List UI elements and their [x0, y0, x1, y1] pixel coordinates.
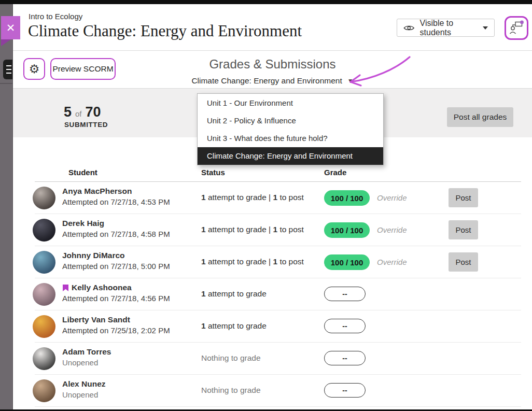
submitted-count: 5 of 70: [64, 104, 101, 120]
avatar: [33, 251, 55, 274]
background-page-strip: [0, 4, 13, 409]
attempt-info: Attempted on 7/27/18, 5:00 PM: [62, 262, 170, 271]
avatar: [33, 219, 55, 242]
flag-bookmark-icon: [62, 284, 69, 292]
dropdown-item-unit-3[interactable]: Unit 3 - What does the future hold?: [198, 130, 383, 147]
gear-icon: ⚙: [29, 62, 40, 76]
status-text: 1 attempt to grade: [201, 289, 267, 299]
post-all-grades-button[interactable]: Post all grades: [447, 107, 513, 127]
avatar: [33, 187, 55, 209]
total-count-value: 70: [86, 104, 101, 120]
student-name: Kelly Ashoonea: [62, 283, 170, 292]
submissions-table: Anya MacPherson Attempted on 7/27/18, 4:…: [13, 182, 532, 407]
attempt-info: Attempted on 7/27/18, 4:53 PM: [62, 197, 170, 206]
status-text: 1 attempt to grade | 1 to post: [201, 225, 304, 234]
student-name: Adam Torres: [62, 347, 111, 357]
dropdown-item-unit-2[interactable]: Unit 2 - Policy & Influence: [198, 111, 383, 129]
table-row[interactable]: Anya MacPherson Attempted on 7/27/18, 4:…: [13, 182, 532, 214]
grade-pill[interactable]: --: [324, 383, 366, 398]
table-row[interactable]: Kelly Ashoonea Attempted on 7/27/18, 4:5…: [13, 278, 532, 310]
attempt-info: Unopened: [62, 358, 111, 367]
preview-scorm-button[interactable]: Preview SCORM: [50, 58, 116, 80]
status-text: 1 attempt to grade | 1 to post: [201, 257, 304, 266]
table-row[interactable]: Adam Torres Unopened Nothing to grade --: [13, 343, 532, 375]
visibility-label: Visible to students: [420, 19, 475, 37]
avatar: [33, 283, 55, 306]
of-label: of: [75, 109, 82, 118]
grade-pill[interactable]: 100 / 100: [324, 222, 370, 238]
post-button[interactable]: Post: [449, 220, 478, 239]
submitted-label: SUBMITTED: [64, 121, 108, 129]
post-button[interactable]: Post: [449, 252, 478, 272]
table-row[interactable]: Liberty Van Sandt Attempted on 7/25/18, …: [13, 310, 532, 343]
table-row[interactable]: Johnny DiMarco Attempted on 7/27/18, 5:0…: [13, 246, 532, 278]
header-divider: [13, 50, 532, 51]
settings-button[interactable]: ⚙: [23, 58, 45, 80]
item-picker-selected-label: Climate Change: Energy and Environment: [191, 76, 342, 86]
status-text: Nothing to grade: [201, 353, 261, 363]
grade-pill[interactable]: 100 / 100: [324, 254, 370, 270]
attempt-info: Unopened: [62, 390, 106, 399]
unit-dropdown-menu: Unit 1 - Our Environment Unit 2 - Policy…: [197, 93, 384, 165]
avatar: [33, 347, 55, 370]
attempt-info: Attempted on 7/25/18, 2:02 PM: [62, 326, 170, 335]
visibility-dropdown-button[interactable]: Visible to students: [397, 19, 495, 37]
hamburger-menu-icon[interactable]: [3, 60, 13, 79]
grade-pill[interactable]: --: [324, 287, 366, 301]
person-flag-notification-icon: [508, 20, 525, 36]
avatar: [33, 315, 55, 338]
submitted-count-value: 5: [64, 104, 72, 120]
strip-divider: [0, 83, 12, 84]
attempt-info: Attempted on 7/27/18, 4:56 PM: [62, 294, 170, 303]
attempt-info: Attempted on 7/27/18, 4:58 PM: [62, 230, 170, 238]
eye-icon: [403, 24, 415, 32]
post-button[interactable]: Post: [449, 188, 478, 207]
app-window: ✕ Intro to Ecology Climate Change: Energ…: [0, 0, 532, 411]
student-name: Johnny DiMarco: [62, 251, 170, 260]
grade-pill[interactable]: 100 / 100: [324, 190, 370, 206]
grade-pill[interactable]: --: [324, 351, 366, 365]
override-link[interactable]: Override: [377, 225, 407, 234]
close-panel-button[interactable]: ✕: [1, 16, 20, 39]
close-icon: ✕: [6, 22, 16, 34]
avatar: [33, 379, 55, 402]
student-name: Derek Haig: [62, 219, 170, 228]
close-button-fold: [1, 39, 11, 46]
status-text: Nothing to grade: [201, 386, 261, 395]
override-link[interactable]: Override: [377, 258, 407, 266]
student-name: Alex Nunez: [62, 379, 106, 389]
caret-down-icon: ▼: [347, 77, 354, 84]
column-header-status: Status: [201, 168, 225, 177]
status-text: 1 attempt to grade | 1 to post: [201, 193, 304, 202]
dropdown-item-selected[interactable]: Climate Change: Energy and Environment: [198, 147, 383, 165]
grade-pill[interactable]: --: [324, 319, 366, 333]
student-name: Liberty Van Sandt: [62, 315, 170, 324]
chevron-down-icon: [483, 26, 488, 30]
page-title: Climate Change: Energy and Environment: [28, 22, 302, 40]
window-top-border: [0, 0, 532, 4]
table-row[interactable]: Derek Haig Attempted on 7/27/18, 4:58 PM…: [13, 214, 532, 246]
column-header-grade: Grade: [324, 168, 346, 177]
dropdown-item-unit-1[interactable]: Unit 1 - Our Environment: [198, 94, 383, 111]
table-row[interactable]: Alex Nunez Unopened Nothing to grade --: [13, 375, 532, 407]
status-text: 1 attempt to grade: [201, 321, 267, 331]
column-header-student: Student: [68, 168, 97, 177]
student-name: Anya MacPherson: [62, 187, 170, 196]
class-conversation-button[interactable]: [505, 16, 528, 40]
breadcrumb-course-name: Intro to Ecology: [29, 12, 82, 21]
override-link[interactable]: Override: [377, 193, 407, 202]
